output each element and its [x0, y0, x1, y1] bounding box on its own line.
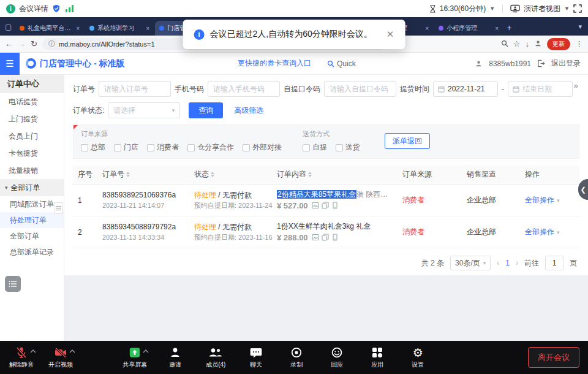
forward-icon[interactable]: →: [18, 40, 26, 48]
browser-menu-icon[interactable]: ⋮: [575, 40, 583, 48]
sidebar-item-all-orders[interactable]: 全部订单: [0, 228, 64, 244]
tab-close-icon[interactable]: ×: [146, 25, 149, 32]
sort-icon[interactable]: [126, 172, 130, 177]
checkbox-warehouse-coop[interactable]: 仓分享合作: [187, 142, 234, 153]
prev-page-icon[interactable]: ‹: [497, 259, 499, 267]
share-options-chevron-icon[interactable]: [143, 348, 149, 354]
coupon-query-link[interactable]: 更快捷的券卡查询入口: [238, 58, 311, 69]
advanced-filter-link[interactable]: 高级筛选: [234, 105, 263, 116]
phone-icon[interactable]: [331, 234, 339, 241]
browser-update-button[interactable]: 更新: [547, 38, 570, 50]
product-name[interactable]: 1份XX生鲜羊肉礼盒3kg 礼盒: [277, 222, 371, 231]
sidebar-item-door-pickup[interactable]: 上门提货: [0, 110, 64, 128]
order-no[interactable]: 83859345088979792a: [102, 221, 194, 232]
phone-input[interactable]: [208, 81, 280, 97]
bookmark-star-icon[interactable]: ☆: [513, 40, 521, 48]
start-video-button[interactable]: 开启视频: [48, 346, 74, 369]
view-chevron-icon[interactable]: ▼: [564, 6, 570, 12]
tab-close-icon[interactable]: ×: [495, 25, 499, 32]
order-no[interactable]: 83859389251069376a: [102, 189, 194, 200]
app-menu-button[interactable]: ☰: [0, 53, 20, 75]
current-page[interactable]: 1: [505, 259, 510, 267]
page-size-select[interactable]: 30条/页▾: [450, 256, 491, 270]
tab-close-icon[interactable]: ×: [425, 25, 429, 32]
sort-icon[interactable]: [308, 172, 312, 177]
sort-icon[interactable]: [211, 172, 214, 177]
video-options-chevron-icon[interactable]: [69, 348, 75, 354]
collapse-filters-icon[interactable]: »: [574, 81, 578, 90]
all-actions-dropdown[interactable]: 全部操作▾: [525, 195, 584, 205]
site-info-icon[interactable]: ⓘ: [48, 39, 55, 48]
tab-list-chevron-icon[interactable]: ▾: [578, 23, 582, 31]
members-button[interactable]: 成员(4): [203, 346, 228, 369]
sidebar-item-pending-orders[interactable]: 待处理订单: [0, 212, 64, 228]
browser-tab[interactable]: 小程序管理×: [434, 21, 503, 36]
mic-options-chevron-icon[interactable]: [30, 348, 36, 354]
goto-page-input[interactable]: [545, 256, 564, 270]
browser-tab[interactable]: 系统培训学习×: [85, 21, 154, 36]
checkbox-hq[interactable]: 总部: [81, 142, 105, 153]
settings-button[interactable]: ⚙ 设置: [405, 346, 431, 369]
meeting-list-fab[interactable]: [5, 276, 21, 292]
refresh-icon[interactable]: ↻: [31, 40, 37, 48]
order-no-input[interactable]: [99, 81, 171, 97]
unmute-button[interactable]: 解除静音: [9, 346, 34, 369]
reaction-button[interactable]: 回应: [324, 346, 350, 369]
meeting-details-label[interactable]: 会议详情: [19, 4, 48, 14]
checkbox-consumer[interactable]: 消费者: [147, 142, 179, 153]
tab-close-icon[interactable]: ×: [76, 25, 80, 32]
next-page-icon[interactable]: ›: [516, 259, 518, 267]
sidebar-group-all-orders[interactable]: ▾ 全部订单: [0, 179, 64, 196]
all-actions-dropdown[interactable]: 全部操作▾: [525, 227, 584, 237]
product-name-selected[interactable]: 2份精品大果85苹果礼盒: [277, 190, 356, 199]
sidebar-item-member-visit[interactable]: 会员上门: [0, 128, 64, 145]
meeting-timer[interactable]: 16:30(60分钟): [440, 4, 486, 14]
username[interactable]: 8385wb1991: [489, 59, 531, 68]
vertical-tabs-icon[interactable]: ▢: [5, 23, 12, 31]
sidebar-item-phone-pickup[interactable]: 电话提货: [0, 93, 64, 110]
invite-button[interactable]: 邀请: [162, 346, 188, 369]
logout-link[interactable]: 退出登录: [551, 58, 581, 69]
leave-meeting-button[interactable]: 离开会议: [528, 347, 579, 368]
search-icon[interactable]: [501, 40, 508, 48]
new-tab-icon[interactable]: +: [507, 23, 511, 32]
downloads-icon[interactable]: ↓: [526, 40, 530, 48]
sidebar-item-hq-dispatch-log[interactable]: 总部派单记录: [0, 244, 64, 260]
checkbox-self-pickup[interactable]: 自提: [303, 142, 327, 153]
start-date-input[interactable]: 2022-11-21: [433, 81, 498, 97]
sidebar-item-batch-verify[interactable]: 批量核销: [0, 162, 64, 179]
chat-button[interactable]: 聊天: [243, 346, 269, 369]
app-logo[interactable]: 门店管理中心 - 标准版: [26, 58, 124, 69]
apps-button[interactable]: 应用: [364, 346, 390, 369]
copy-icon[interactable]: [322, 202, 329, 209]
profile-avatar-icon[interactable]: [534, 39, 542, 48]
col-content[interactable]: 订单内容: [277, 169, 402, 180]
pickup-code-input[interactable]: [324, 81, 396, 97]
order-status-select[interactable]: 请选择 ▾: [108, 102, 180, 118]
fullscreen-icon[interactable]: [573, 4, 582, 13]
col-status[interactable]: 状态: [194, 169, 277, 180]
view-mode-label[interactable]: 演讲者视图: [524, 4, 560, 14]
sidebar-drag-handle[interactable]: [54, 202, 63, 214]
toast-close-icon[interactable]: ✕: [386, 29, 394, 40]
security-shield-icon[interactable]: [52, 4, 61, 13]
dispatch-return-button[interactable]: 派单退回: [385, 133, 430, 149]
checkbox-external[interactable]: 外部对接: [243, 142, 282, 153]
copy-icon[interactable]: [322, 234, 329, 241]
checkbox-delivery[interactable]: 送货: [336, 142, 360, 153]
end-date-input[interactable]: 结束日期: [508, 81, 573, 97]
col-order-no[interactable]: 订单号: [102, 169, 194, 180]
back-icon[interactable]: ←: [5, 40, 13, 48]
record-button[interactable]: 录制: [284, 346, 309, 369]
image-icon[interactable]: [312, 202, 319, 209]
browser-tab[interactable]: 礼盒电商平台管理中心×: [15, 21, 84, 36]
phone-icon[interactable]: [331, 202, 339, 209]
meeting-info-icon[interactable]: i: [6, 4, 15, 13]
search-button[interactable]: 查询: [189, 102, 223, 118]
checkbox-store[interactable]: 门店: [114, 142, 138, 153]
quick-search[interactable]: Quick: [327, 59, 356, 68]
image-icon[interactable]: [312, 234, 319, 241]
timer-chevron-icon[interactable]: ▼: [489, 6, 495, 12]
share-screen-button[interactable]: 共享屏幕: [122, 346, 148, 369]
sidebar-item-card-pickup[interactable]: 卡包提货: [0, 145, 64, 162]
